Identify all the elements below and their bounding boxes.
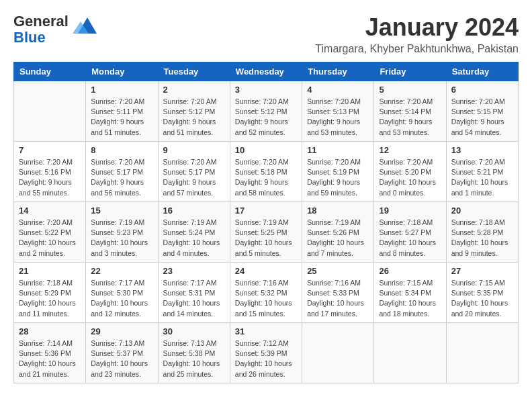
calendar-cell: 8Sunrise: 7:20 AM Sunset: 5:17 PM Daylig… <box>86 142 158 202</box>
calendar-cell: 15Sunrise: 7:19 AM Sunset: 5:23 PM Dayli… <box>86 202 158 263</box>
day-header-thursday: Thursday <box>302 62 374 81</box>
calendar-cell: 18Sunrise: 7:19 AM Sunset: 5:26 PM Dayli… <box>302 202 374 263</box>
day-number: 3 <box>235 85 297 95</box>
cell-content: Sunrise: 7:16 AM Sunset: 5:32 PM Dayligh… <box>235 278 297 319</box>
page-header: General Blue January 2024 Timargara, Khy… <box>13 13 519 55</box>
title-area: January 2024 Timargara, Khyber Pakhtunkh… <box>315 13 519 55</box>
cell-content: Sunrise: 7:20 AM Sunset: 5:15 PM Dayligh… <box>451 97 513 138</box>
calendar-week-5: 28Sunrise: 7:14 AM Sunset: 5:36 PM Dayli… <box>14 323 519 383</box>
calendar-cell: 14Sunrise: 7:20 AM Sunset: 5:22 PM Dayli… <box>14 202 86 263</box>
day-number: 29 <box>91 326 152 336</box>
calendar-cell: 17Sunrise: 7:19 AM Sunset: 5:25 PM Dayli… <box>230 202 302 263</box>
cell-content: Sunrise: 7:18 AM Sunset: 5:29 PM Dayligh… <box>19 278 81 319</box>
day-number: 2 <box>163 85 225 95</box>
cell-content: Sunrise: 7:20 AM Sunset: 5:11 PM Dayligh… <box>91 97 152 138</box>
day-header-sunday: Sunday <box>14 62 86 81</box>
calendar-cell: 22Sunrise: 7:17 AM Sunset: 5:30 PM Dayli… <box>86 263 158 323</box>
cell-content: Sunrise: 7:12 AM Sunset: 5:39 PM Dayligh… <box>235 338 297 379</box>
day-number: 27 <box>451 266 513 276</box>
cell-content: Sunrise: 7:20 AM Sunset: 5:14 PM Dayligh… <box>379 97 441 138</box>
cell-content: Sunrise: 7:20 AM Sunset: 5:12 PM Dayligh… <box>163 97 225 138</box>
calendar-cell: 16Sunrise: 7:19 AM Sunset: 5:24 PM Dayli… <box>158 202 230 263</box>
day-number: 11 <box>307 145 369 155</box>
day-number: 31 <box>235 326 297 336</box>
day-number: 16 <box>163 205 225 216</box>
calendar-cell: 3Sunrise: 7:20 AM Sunset: 5:12 PM Daylig… <box>230 81 302 142</box>
calendar-cell: 19Sunrise: 7:18 AM Sunset: 5:27 PM Dayli… <box>374 202 446 263</box>
calendar-week-2: 7Sunrise: 7:20 AM Sunset: 5:16 PM Daylig… <box>14 142 519 202</box>
day-number: 14 <box>19 205 81 216</box>
day-number: 17 <box>235 205 297 216</box>
day-number: 26 <box>379 266 441 276</box>
day-number: 28 <box>19 326 81 336</box>
cell-content: Sunrise: 7:20 AM Sunset: 5:21 PM Dayligh… <box>451 157 513 198</box>
day-number: 15 <box>91 205 152 216</box>
calendar-cell: 6Sunrise: 7:20 AM Sunset: 5:15 PM Daylig… <box>446 81 518 142</box>
calendar-cell: 7Sunrise: 7:20 AM Sunset: 5:16 PM Daylig… <box>14 142 86 202</box>
day-number: 1 <box>91 85 152 95</box>
calendar-cell <box>302 323 374 383</box>
day-number: 4 <box>307 85 369 95</box>
calendar-cell <box>374 323 446 383</box>
cell-content: Sunrise: 7:19 AM Sunset: 5:26 PM Dayligh… <box>307 218 369 259</box>
calendar-cell: 31Sunrise: 7:12 AM Sunset: 5:39 PM Dayli… <box>230 323 302 383</box>
cell-content: Sunrise: 7:20 AM Sunset: 5:19 PM Dayligh… <box>307 157 369 198</box>
day-number: 10 <box>235 145 297 155</box>
day-number: 8 <box>91 145 152 155</box>
cell-content: Sunrise: 7:17 AM Sunset: 5:30 PM Dayligh… <box>91 278 152 319</box>
calendar-week-1: 1Sunrise: 7:20 AM Sunset: 5:11 PM Daylig… <box>14 81 519 142</box>
logo-icon <box>73 15 98 36</box>
calendar-cell: 5Sunrise: 7:20 AM Sunset: 5:14 PM Daylig… <box>374 81 446 142</box>
cell-content: Sunrise: 7:19 AM Sunset: 5:24 PM Dayligh… <box>163 218 225 259</box>
cell-content: Sunrise: 7:13 AM Sunset: 5:37 PM Dayligh… <box>91 338 152 379</box>
calendar-cell: 1Sunrise: 7:20 AM Sunset: 5:11 PM Daylig… <box>86 81 158 142</box>
cell-content: Sunrise: 7:14 AM Sunset: 5:36 PM Dayligh… <box>19 338 81 379</box>
calendar-cell: 23Sunrise: 7:17 AM Sunset: 5:31 PM Dayli… <box>158 263 230 323</box>
calendar-cell <box>14 81 86 142</box>
calendar-cell: 2Sunrise: 7:20 AM Sunset: 5:12 PM Daylig… <box>158 81 230 142</box>
cell-content: Sunrise: 7:20 AM Sunset: 5:17 PM Dayligh… <box>163 157 225 198</box>
calendar-cell: 10Sunrise: 7:20 AM Sunset: 5:18 PM Dayli… <box>230 142 302 202</box>
day-header-wednesday: Wednesday <box>230 62 302 81</box>
calendar-cell: 29Sunrise: 7:13 AM Sunset: 5:37 PM Dayli… <box>86 323 158 383</box>
day-number: 19 <box>379 205 441 216</box>
day-number: 21 <box>19 266 81 276</box>
cell-content: Sunrise: 7:20 AM Sunset: 5:20 PM Dayligh… <box>379 157 441 198</box>
cell-content: Sunrise: 7:13 AM Sunset: 5:38 PM Dayligh… <box>163 338 225 379</box>
logo-text: General Blue <box>13 13 69 46</box>
calendar-cell: 4Sunrise: 7:20 AM Sunset: 5:13 PM Daylig… <box>302 81 374 142</box>
day-number: 25 <box>307 266 369 276</box>
calendar-cell: 25Sunrise: 7:16 AM Sunset: 5:33 PM Dayli… <box>302 263 374 323</box>
cell-content: Sunrise: 7:17 AM Sunset: 5:31 PM Dayligh… <box>163 278 225 319</box>
calendar-week-4: 21Sunrise: 7:18 AM Sunset: 5:29 PM Dayli… <box>14 263 519 323</box>
calendar-cell: 9Sunrise: 7:20 AM Sunset: 5:17 PM Daylig… <box>158 142 230 202</box>
cell-content: Sunrise: 7:19 AM Sunset: 5:23 PM Dayligh… <box>91 218 152 259</box>
day-number: 23 <box>163 266 225 276</box>
calendar-cell: 11Sunrise: 7:20 AM Sunset: 5:19 PM Dayli… <box>302 142 374 202</box>
calendar-week-3: 14Sunrise: 7:20 AM Sunset: 5:22 PM Dayli… <box>14 202 519 263</box>
day-number: 9 <box>163 145 225 155</box>
cell-content: Sunrise: 7:20 AM Sunset: 5:22 PM Dayligh… <box>19 218 81 259</box>
cell-content: Sunrise: 7:16 AM Sunset: 5:33 PM Dayligh… <box>307 278 369 319</box>
day-number: 18 <box>307 205 369 216</box>
day-number: 20 <box>451 205 513 216</box>
calendar-cell: 26Sunrise: 7:15 AM Sunset: 5:34 PM Dayli… <box>374 263 446 323</box>
cell-content: Sunrise: 7:15 AM Sunset: 5:34 PM Dayligh… <box>379 278 441 319</box>
calendar-cell <box>446 323 518 383</box>
calendar-cell: 28Sunrise: 7:14 AM Sunset: 5:36 PM Dayli… <box>14 323 86 383</box>
month-title: January 2024 <box>315 13 519 42</box>
cell-content: Sunrise: 7:18 AM Sunset: 5:27 PM Dayligh… <box>379 218 441 259</box>
day-number: 12 <box>379 145 441 155</box>
calendar-cell: 30Sunrise: 7:13 AM Sunset: 5:38 PM Dayli… <box>158 323 230 383</box>
location-title: Timargara, Khyber Pakhtunkhwa, Pakistan <box>315 43 519 55</box>
calendar-cell: 13Sunrise: 7:20 AM Sunset: 5:21 PM Dayli… <box>446 142 518 202</box>
day-number: 6 <box>451 85 513 95</box>
day-number: 30 <box>163 326 225 336</box>
cell-content: Sunrise: 7:18 AM Sunset: 5:28 PM Dayligh… <box>451 218 513 259</box>
cell-content: Sunrise: 7:20 AM Sunset: 5:17 PM Dayligh… <box>91 157 152 198</box>
cell-content: Sunrise: 7:15 AM Sunset: 5:35 PM Dayligh… <box>451 278 513 319</box>
logo: General Blue <box>13 13 98 46</box>
day-number: 5 <box>379 85 441 95</box>
cell-content: Sunrise: 7:19 AM Sunset: 5:25 PM Dayligh… <box>235 218 297 259</box>
calendar-cell: 21Sunrise: 7:18 AM Sunset: 5:29 PM Dayli… <box>14 263 86 323</box>
